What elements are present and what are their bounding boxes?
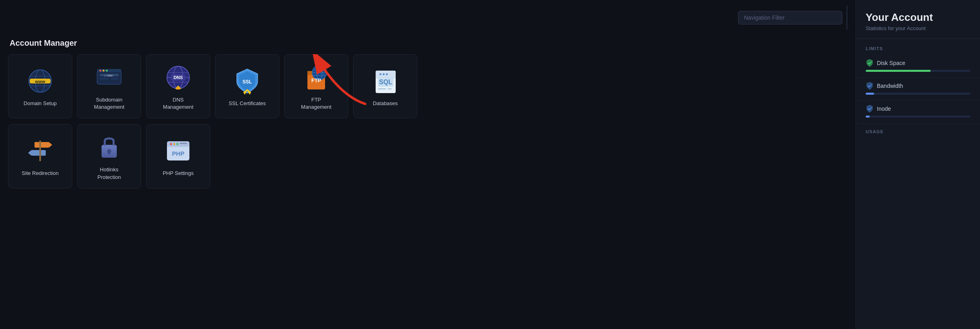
- card-label: DNSManagement: [163, 96, 193, 111]
- svg-text:WWW: WWW: [35, 80, 45, 84]
- inode-progress-bg: [866, 116, 970, 118]
- card-ssl-certificates[interactable]: SSL SSL Certificates: [215, 54, 279, 118]
- svg-point-15: [106, 70, 108, 72]
- limits-section-title: LIMITS: [856, 39, 980, 55]
- bandwidth-progress-fill: [866, 93, 874, 95]
- right-sidebar: Your Account Statistics for your Account…: [856, 0, 980, 329]
- limit-header-inode: Inode: [866, 105, 970, 113]
- svg-marker-34: [325, 67, 328, 68]
- usage-section-title: USAGE: [856, 124, 980, 136]
- shield-icon-inode: [866, 105, 874, 113]
- sidebar-header: Your Account Statistics for your Account: [856, 0, 980, 39]
- limit-header-bandwidth: Bandwidth: [866, 82, 970, 90]
- main-area: Account Manager WWW: [0, 0, 856, 329]
- svg-rect-53: [108, 151, 110, 154]
- svg-rect-42: [378, 88, 386, 89]
- limit-item-inode: Inode: [856, 101, 980, 124]
- svg-point-41: [386, 73, 388, 75]
- svg-point-39: [379, 73, 381, 75]
- card-label: Domain Setup: [24, 100, 57, 107]
- ftp-icon: FTP: [302, 63, 330, 91]
- disk-space-label: Disk Space: [877, 60, 905, 66]
- svg-point-14: [103, 70, 105, 72]
- bandwidth-label: Bandwidth: [877, 83, 903, 89]
- svg-point-56: [170, 143, 172, 145]
- svg-rect-10: [100, 78, 109, 79]
- inode-progress-fill: [866, 116, 870, 118]
- svg-rect-45: [35, 142, 49, 148]
- svg-rect-43: [388, 88, 392, 89]
- card-label: HotlinksProtection: [98, 166, 121, 181]
- card-dns-management[interactable]: DNS DNSManagement: [146, 54, 210, 118]
- svg-rect-60: [180, 143, 187, 144]
- php-icon: PHP: [164, 137, 192, 165]
- nav-filter-input[interactable]: [738, 11, 842, 24]
- svg-marker-46: [49, 142, 52, 148]
- dns-icon: DNS: [164, 63, 192, 91]
- svg-point-40: [382, 73, 384, 75]
- grid-content: WWW Domain Setup: [0, 54, 856, 329]
- section-heading: Account Manager: [0, 35, 856, 54]
- card-label: Databases: [373, 100, 398, 107]
- card-databases[interactable]: SQL Databases: [353, 54, 417, 118]
- card-ftp-management[interactable]: FTP FTPManagement: [284, 54, 348, 118]
- domain-icon: WWW: [26, 67, 54, 95]
- card-domain-setup[interactable]: WWW Domain Setup: [8, 54, 72, 118]
- ssl-icon: SSL: [233, 67, 261, 95]
- svg-point-13: [100, 70, 102, 72]
- bandwidth-progress-bg: [866, 93, 970, 95]
- card-label: FTPManagement: [301, 96, 331, 111]
- card-subdomain-management[interactable]: //WWW. SubdomainManagement: [77, 54, 141, 118]
- svg-text:SQL: SQL: [379, 79, 392, 85]
- svg-rect-49: [39, 140, 41, 161]
- svg-rect-8: [97, 71, 121, 84]
- top-bar: [0, 0, 856, 35]
- sidebar-subtitle: Statistics for your Account: [866, 25, 970, 31]
- svg-text:PHP: PHP: [172, 150, 185, 157]
- card-label: PHP Settings: [163, 170, 193, 177]
- sidebar-title: Your Account: [866, 11, 970, 24]
- vertical-divider: [846, 6, 848, 30]
- hotlinks-icon: [95, 133, 123, 161]
- svg-text:SSL: SSL: [242, 79, 252, 85]
- limit-item-bandwidth: Bandwidth: [856, 78, 980, 101]
- svg-point-58: [177, 143, 179, 145]
- svg-text:DNS: DNS: [173, 75, 183, 80]
- redirect-icon: [26, 137, 54, 165]
- subdomain-icon: //WWW.: [95, 63, 123, 91]
- svg-text:FTP: FTP: [311, 77, 321, 83]
- card-hotlinks-protection[interactable]: HotlinksProtection: [77, 124, 141, 188]
- disk-space-progress-bg: [866, 70, 970, 72]
- shield-icon-disk-space: [866, 59, 874, 67]
- inode-label: Inode: [877, 106, 891, 112]
- svg-rect-47: [31, 150, 46, 156]
- card-site-redirection[interactable]: Site Redirection: [8, 124, 72, 188]
- disk-space-progress-fill: [866, 70, 931, 72]
- card-label: SubdomainManagement: [94, 96, 124, 111]
- limit-item-disk-space: Disk Space: [856, 55, 980, 78]
- limit-header-disk-space: Disk Space: [866, 59, 970, 67]
- card-php-settings[interactable]: PHP PHP Settings: [146, 124, 210, 188]
- svg-text://WWW.: //WWW.: [104, 74, 114, 77]
- cards-row2: Site Redirection: [8, 124, 848, 188]
- card-label: Site Redirection: [22, 170, 59, 177]
- card-label: SSL Certificates: [229, 100, 266, 107]
- svg-rect-11: [111, 78, 119, 79]
- cards-row1: WWW Domain Setup: [8, 54, 848, 118]
- sql-icon: SQL: [371, 67, 399, 95]
- shield-icon-bandwidth: [866, 82, 874, 90]
- svg-marker-48: [28, 150, 31, 156]
- svg-point-57: [173, 143, 175, 145]
